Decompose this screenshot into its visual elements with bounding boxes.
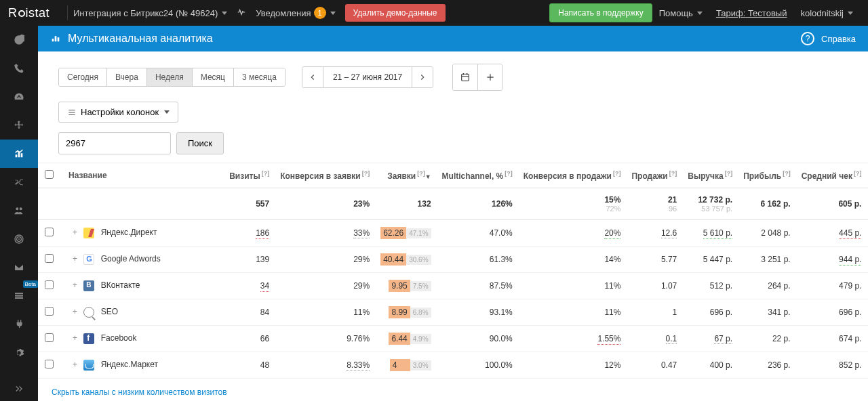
period-week[interactable]: Неделя (147, 68, 193, 86)
main: Мультиканальная аналитика ? Справка Сего… (38, 26, 868, 401)
logo[interactable]: Ristat (8, 6, 50, 20)
col-conv-app[interactable]: Конверсия в заявки[?] (275, 163, 375, 188)
date-range-label[interactable]: 21 – 27 июня 2017 (323, 67, 412, 87)
cell-conv-sale: 12% (518, 352, 627, 379)
sidebar-item-shuffle[interactable] (0, 168, 38, 196)
cell-apps: 62.2647.1% (375, 220, 436, 247)
table-row: + ВКонтакте 34 29% 9.957.5% 87.5% 11% 1.… (38, 273, 868, 299)
cell-profit: 341 р. (738, 299, 796, 326)
table-row: + Яндекс.Директ 186 33% 62.2647.1% 47.0%… (38, 220, 868, 247)
cell-avg-check: 852 р. (796, 352, 867, 379)
col-apps[interactable]: Заявки[?]▼ (375, 163, 436, 188)
sidebar-item-calls[interactable] (0, 54, 38, 83)
period-month[interactable]: Месяц (193, 68, 234, 86)
expand-toggle[interactable]: + (68, 254, 81, 263)
cell-conv-sale: 11% (518, 273, 627, 299)
cell-visits: 66 (224, 326, 275, 352)
chevron-down-icon (697, 12, 703, 15)
cell-conv-sale: 20% (518, 220, 627, 247)
source-name[interactable]: Яндекс.Директ (101, 228, 157, 237)
sidebar-item-move[interactable] (0, 111, 38, 140)
cell-visits: 34 (224, 273, 275, 299)
source-name[interactable]: ВКонтакте (101, 280, 140, 290)
row-checkbox[interactable] (45, 333, 54, 342)
support-button[interactable]: Написать в поддержку (549, 3, 652, 22)
user-menu[interactable]: kolodnitskij (800, 8, 853, 18)
col-profit[interactable]: Прибыль[?] (738, 163, 796, 188)
sidebar-item-users[interactable] (0, 196, 38, 225)
expand-toggle[interactable]: + (68, 333, 81, 343)
integration-link[interactable]: Интеграция с Битрикс24 (№ 49624) (73, 8, 227, 18)
cell-conv-app: 8.33% (275, 352, 375, 379)
source-name[interactable]: Google Adwords (101, 254, 161, 263)
summary-row: 557 23% 132 126% 15%72% 2196 12 732 р.53… (38, 188, 868, 220)
help-menu[interactable]: Помощь (659, 8, 703, 18)
add-button[interactable] (477, 64, 502, 90)
row-checkbox[interactable] (45, 307, 54, 316)
cell-sales: 1 (626, 299, 682, 326)
date-navigator: 21 – 27 июня 2017 (302, 66, 433, 88)
help-icon[interactable]: ? (801, 32, 814, 45)
col-revenue[interactable]: Выручка[?] (682, 163, 738, 188)
cell-avg-check: 674 р. (796, 326, 867, 352)
date-prev-button[interactable] (302, 67, 323, 87)
calendar-button[interactable] (453, 64, 477, 90)
row-checkbox[interactable] (45, 360, 54, 368)
col-conv-sale[interactable]: Конверсия в продажи[?] (518, 163, 627, 188)
row-checkbox[interactable] (45, 228, 54, 236)
row-checkbox[interactable] (45, 254, 54, 263)
cell-avg-check: 445 р. (796, 220, 867, 247)
col-sales[interactable]: Продажи[?] (626, 163, 682, 188)
cell-sales: 12.6 (626, 220, 682, 247)
cell-multichannel: 90.0% (437, 326, 518, 352)
expand-toggle[interactable]: + (68, 228, 81, 237)
sidebar-item-gauge[interactable] (0, 83, 38, 111)
cell-revenue: 67 р. (682, 326, 738, 352)
topbar: Ristat Интеграция с Битрикс24 (№ 49624) … (0, 0, 868, 26)
page-header: Мультиканальная аналитика ? Справка (38, 26, 868, 51)
expand-toggle[interactable]: + (68, 280, 81, 290)
cell-revenue: 512 р. (682, 273, 738, 299)
cell-revenue: 5 610 р. (682, 220, 738, 247)
date-next-button[interactable] (412, 67, 433, 87)
source-icon (83, 228, 94, 238)
period-yesterday[interactable]: Вчера (107, 68, 147, 86)
table-container[interactable]: Название Визиты[?] Конверсия в заявки[?]… (38, 163, 868, 401)
column-settings-button[interactable]: Настройки колонок (58, 102, 178, 123)
cell-avg-check: 696 р. (796, 299, 867, 326)
source-name[interactable]: Facebook (101, 333, 137, 343)
summary-sales: 2196 (626, 188, 682, 220)
sidebar-item-analytics[interactable] (0, 140, 38, 168)
sidebar-item-plug[interactable] (0, 310, 38, 339)
sidebar-item-mail[interactable] (0, 253, 38, 282)
col-avg-check[interactable]: Средний чек[?] (796, 163, 867, 188)
select-all-checkbox[interactable] (45, 170, 54, 179)
search-input[interactable] (58, 132, 171, 154)
sidebar-item-target[interactable] (0, 225, 38, 253)
col-multichannel[interactable]: Multichannel, %[?] (437, 163, 518, 188)
sidebar-item-settings[interactable] (0, 339, 38, 367)
sidebar-item-table[interactable]: Beta (0, 282, 38, 310)
col-visits[interactable]: Визиты[?] (224, 163, 275, 188)
heart-icon[interactable] (237, 7, 246, 19)
source-name[interactable]: Яндекс.Маркет (101, 360, 158, 369)
sidebar-item-dashboard[interactable] (0, 26, 38, 54)
help-link[interactable]: Справка (821, 34, 856, 44)
period-today[interactable]: Сегодня (59, 68, 107, 86)
col-name[interactable]: Название (59, 163, 224, 188)
table-row: + Яндекс.Маркет 48 8.33% 43.0% 100.0% 12… (38, 352, 868, 379)
sidebar-collapse[interactable] (0, 377, 38, 401)
row-checkbox[interactable] (45, 280, 54, 289)
extra-buttons (452, 64, 502, 91)
tariff-link[interactable]: Тариф: Тестовый (716, 8, 787, 18)
delete-demo-button[interactable]: Удалить демо-данные (345, 4, 446, 22)
hide-low-channels-link[interactable]: Скрыть каналы с низким количеством визит… (52, 387, 227, 397)
period-3months[interactable]: 3 месяца (234, 68, 285, 86)
source-name[interactable]: SEO (101, 307, 118, 316)
search-button[interactable]: Поиск (176, 132, 224, 154)
expand-toggle[interactable]: + (68, 360, 81, 369)
expand-toggle[interactable]: + (68, 307, 81, 316)
cell-conv-sale: 14% (518, 247, 627, 273)
chevron-down-icon (222, 12, 227, 15)
notifications-link[interactable]: Уведомления 1 (256, 7, 335, 19)
